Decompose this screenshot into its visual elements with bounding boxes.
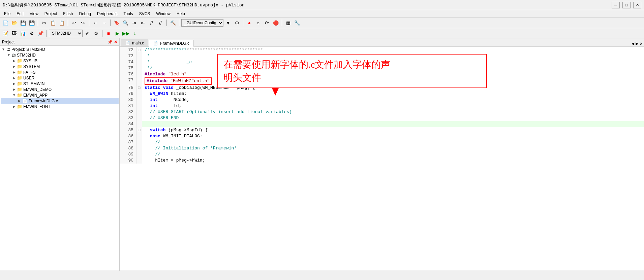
tree-item-emwin-font[interactable]: ▶ 📁 EMWIN_FONT <box>1 104 119 109</box>
fold-78[interactable]: □ <box>136 85 142 91</box>
menu-help[interactable]: Help <box>174 11 188 17</box>
find-button[interactable]: 🔍 <box>121 19 129 27</box>
settings-button[interactable]: 🔧 <box>293 19 301 27</box>
debug-stop[interactable]: ○ <box>254 19 262 27</box>
minimize-button[interactable]: ─ <box>612 2 620 8</box>
fold-88 <box>136 145 142 151</box>
bookmark-button[interactable]: 🔖 <box>113 19 121 27</box>
cut-button[interactable]: ✂ <box>40 19 48 27</box>
unindent-button[interactable]: ⇤ <box>139 19 147 27</box>
debug-bp[interactable]: 🔴 <box>272 19 280 27</box>
tree-item-system[interactable]: ▶ 📁 SYSTEM <box>1 64 119 69</box>
undo-button[interactable]: ↩ <box>70 19 78 27</box>
debug-step[interactable]: ⟳ <box>263 19 271 27</box>
menu-edit[interactable]: Edit <box>14 11 26 17</box>
forward-button[interactable]: → <box>100 19 108 27</box>
stemwin-icon: 📁 <box>17 81 22 86</box>
redo-button[interactable]: ↪ <box>79 19 87 27</box>
expand-emwin-app[interactable]: ▼ <box>11 93 17 97</box>
debug-start[interactable]: ● <box>245 19 253 27</box>
line-num-80: 80 <box>120 97 136 103</box>
expand-icon[interactable]: ▼ <box>1 47 6 51</box>
tab-right-scroll[interactable]: ▶ <box>636 41 638 46</box>
line-code-86: case WM_INIT_DIALOG: <box>142 133 203 139</box>
expand-syslib[interactable]: ▶ <box>11 59 17 63</box>
maximize-button[interactable]: □ <box>622 2 631 8</box>
new-button[interactable]: 📄 <box>1 19 9 27</box>
fold-90 <box>136 158 142 164</box>
close-project-icon[interactable]: ✕ <box>114 40 117 44</box>
stm32hd-icon: 🗂 <box>11 53 16 58</box>
play-button[interactable]: ▶ <box>113 29 121 37</box>
menu-view[interactable]: View <box>27 11 41 17</box>
tree-item-framewin[interactable]: ▶ 📄 FramewinDLG.c <box>1 98 119 104</box>
save-all-button[interactable]: 💾 <box>28 19 36 27</box>
target-settings[interactable]: ⚙ <box>92 29 100 37</box>
menu-svcs[interactable]: SVCS <box>136 11 153 17</box>
code-editor[interactable]: 在需要使用新字体的.c文件加入字体的声明头文件 72 □ /**********… <box>120 47 644 271</box>
line-code-76: #include "led.h" <box>142 71 187 77</box>
menu-window[interactable]: Window <box>153 11 173 17</box>
menu-peripherals[interactable]: Peripherals <box>94 11 120 17</box>
code-line-88: 88 // Initialization of 'Framewin' <box>120 145 644 151</box>
fold-72[interactable]: □ <box>136 47 142 53</box>
expand-emwin-demo[interactable]: ▶ <box>11 88 17 91</box>
copy-button[interactable]: 📋 <box>49 19 57 27</box>
open-button[interactable]: 📂 <box>10 19 18 27</box>
grid-button[interactable]: ▦ <box>284 19 292 27</box>
play2-button[interactable]: ▶▶ <box>122 29 130 37</box>
menu-flash[interactable]: Flash <box>60 11 75 17</box>
tab-left-scroll[interactable]: ◀ <box>632 41 634 46</box>
fold-85[interactable]: □ <box>136 127 142 133</box>
uncomment-button[interactable]: // <box>156 19 164 27</box>
tab-framewin[interactable]: 📄 FramewinDLG.c <box>149 40 194 47</box>
pin-icon[interactable]: 📌 <box>108 40 113 44</box>
pic2-button[interactable]: 🖼 <box>10 29 18 37</box>
menu-tools[interactable]: Tools <box>121 11 136 17</box>
tree-item-user[interactable]: ▶ 📁 USER <box>1 75 119 81</box>
menu-debug[interactable]: Debug <box>76 11 94 17</box>
target-check[interactable]: ✔ <box>83 29 91 37</box>
tree-item-fatfs[interactable]: ▶ 📁 FATFS <box>1 69 119 75</box>
tb2-btn5[interactable]: 📌 <box>36 29 44 37</box>
annotation-tail <box>272 88 279 96</box>
tree-item-stemwin[interactable]: ▶ 📁 ST_EMWIN <box>1 81 119 86</box>
load-button[interactable]: ↓ <box>131 29 139 37</box>
tree-item-emwin-app[interactable]: ▼ 📁 EMWIN_APP <box>1 92 119 98</box>
tree-item-project-root[interactable]: ▼ 🗂 Project: STM32HD <box>1 46 119 52</box>
tab-close-icon[interactable]: ✕ <box>640 41 643 46</box>
menu-project[interactable]: Project <box>42 11 60 17</box>
close-button[interactable]: ✕ <box>633 2 641 8</box>
expand-system[interactable]: ▶ <box>11 65 17 68</box>
expand-user[interactable]: ▶ <box>11 76 17 80</box>
line-num-85: 85 <box>120 127 136 133</box>
options-button[interactable]: ⚙ <box>233 19 241 27</box>
comment-button[interactable]: // <box>148 19 156 27</box>
save-button[interactable]: 💾 <box>19 19 27 27</box>
user-icon: 📁 <box>17 75 22 80</box>
expand-emwin-font[interactable]: ▶ <box>11 105 17 108</box>
tree-item-emwin-demo[interactable]: ▶ 📁 EMWIN_DEMO <box>1 86 119 92</box>
paste-button[interactable]: 📋 <box>58 19 66 27</box>
build-button[interactable]: 🔨 <box>169 19 177 27</box>
tree-item-syslib[interactable]: ▶ 📁 SYSLIB <box>1 58 119 64</box>
tb2-btn4[interactable]: ⚙ <box>28 29 36 37</box>
config-dropdown[interactable]: _GUIDemoConfig <box>181 19 223 27</box>
back-button[interactable]: ← <box>91 19 99 27</box>
tree-item-stm32hd[interactable]: ▼ 🗂 STM32HD <box>1 52 119 58</box>
tree-label-stemwin: ST_EMWIN <box>23 81 44 86</box>
expand-stemwin[interactable]: ▶ <box>11 82 17 85</box>
tb2-btn3[interactable]: 📊 <box>19 29 27 37</box>
tab-main-c[interactable]: 📄 main.c <box>121 39 148 46</box>
target-dropdown[interactable]: STM32HD <box>49 30 83 37</box>
expand-stm32hd[interactable]: ▼ <box>6 53 11 57</box>
expand-fatfs[interactable]: ▶ <box>11 70 17 74</box>
stop-button[interactable]: ■ <box>104 29 113 37</box>
new2-button[interactable]: 📝 <box>1 29 9 37</box>
expand-framewin[interactable]: ▶ <box>17 99 22 103</box>
manage-button[interactable]: ▼ <box>224 19 232 27</box>
indent-button[interactable]: ⇥ <box>130 19 138 27</box>
line-code-72: /***************************************… <box>142 47 263 53</box>
menu-file[interactable]: File <box>1 11 13 17</box>
main-layout: Project 📌 ✕ ▼ 🗂 Project: STM32HD ▼ 🗂 STM… <box>0 38 644 271</box>
